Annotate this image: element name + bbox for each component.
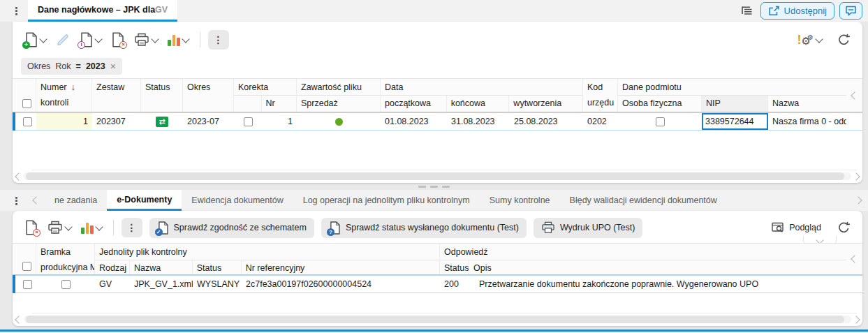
col-status[interactable]: Status: [141, 79, 183, 112]
scroll-right-icon[interactable]: [852, 172, 860, 180]
select-all-checkbox[interactable]: [22, 99, 31, 108]
cell-data-wytworzenia[interactable]: 25.08.2023: [510, 113, 583, 130]
chart-button[interactable]: [78, 220, 105, 236]
sort-desc-icon[interactable]: ↓: [71, 80, 75, 96]
refresh-button[interactable]: [834, 31, 854, 48]
cell-nazwa[interactable]: Nasza firma 0 - oddzia: [768, 113, 846, 130]
table-row[interactable]: GV JPK_GV_1.xml WYSLANY 2c7fe3a00197f026…: [13, 275, 862, 293]
col-bramka-produkcyjna[interactable]: Bramka produkcyjna MF: [36, 244, 95, 274]
bramka-checkbox[interactable]: [61, 280, 71, 289]
tabs-scroll-right[interactable]: [848, 195, 868, 205]
table-row[interactable]: 1 202307 ⇄ 2023-07 1 01.08.2023 31.08.20…: [13, 112, 862, 131]
print-button[interactable]: [44, 219, 75, 237]
cell-zestaw[interactable]: 202307: [92, 113, 141, 130]
scrollbar-thumb[interactable]: [26, 172, 844, 180]
cell-nip-focused[interactable]: 3389572644: [702, 113, 768, 130]
col-korekta-flag[interactable]: [234, 96, 262, 112]
add-document-button[interactable]: +: [21, 30, 50, 50]
chevron-left-icon[interactable]: [851, 255, 858, 262]
col-numer-kontroli[interactable]: Numer↓ kontroli: [36, 79, 92, 112]
preview-button[interactable]: Podgląd: [767, 221, 825, 235]
scrollbar-track[interactable]: [24, 316, 851, 323]
row-indicator-gutter: [13, 79, 18, 112]
check-status-button[interactable]: ? Sprawdź status wysłanego dokumentu (Te…: [321, 218, 527, 238]
col-status[interactable]: Status: [193, 260, 242, 274]
tab-sumy-kontrolne[interactable]: Sumy kontrolne: [480, 190, 560, 211]
chevron-left-icon[interactable]: [851, 91, 858, 99]
col-nip[interactable]: NIP: [702, 96, 768, 112]
col-data-poczatkowa[interactable]: początkowa: [381, 96, 447, 112]
tab-e-dokumenty[interactable]: e-Dokumenty: [107, 190, 182, 211]
tab-ne-zadania[interactable]: ne zadania: [45, 190, 107, 211]
comment-button[interactable]: [839, 2, 862, 20]
tab-bledy-walidacji[interactable]: Błędy walidacji ewidencji dokumentów: [560, 190, 727, 211]
header-data-panel: + i ×: [13, 22, 862, 183]
document-info-button[interactable]: i: [76, 30, 105, 50]
filter-chip-okres-rok[interactable]: Okres Rok = 2023 ×: [21, 58, 122, 75]
edit-document-button[interactable]: [52, 31, 73, 49]
cell-bramka-produkcyjna[interactable]: [36, 276, 95, 293]
filter-remove-icon[interactable]: ×: [110, 61, 116, 72]
scrollbar-thumb[interactable]: [26, 316, 844, 323]
col-opis[interactable]: Opis: [469, 260, 846, 274]
col-rodzaj[interactable]: Rodzaj: [95, 260, 130, 274]
select-all-checkbox[interactable]: [22, 262, 31, 271]
cell-sprzedaz[interactable]: [297, 113, 381, 130]
cell-data-koncowa[interactable]: 31.08.2023: [447, 113, 510, 130]
col-odp-status[interactable]: Status: [440, 260, 469, 274]
osoba-fizyczna-checkbox[interactable]: [656, 117, 665, 126]
tab-log-operacji[interactable]: Log operacji na jednolitym pliku kontrol…: [293, 190, 480, 211]
scroll-left-icon[interactable]: [15, 172, 22, 180]
cell-korekta-flag[interactable]: [234, 113, 262, 130]
more-actions-button[interactable]: ⋮: [208, 30, 229, 50]
print-upo-button[interactable]: Wydruk UPO (Test): [534, 218, 643, 238]
print-button[interactable]: [131, 31, 161, 49]
panels-layout-icon[interactable]: [738, 3, 756, 19]
col-data-wytworzenia[interactable]: wytworzenia: [509, 96, 582, 112]
cell-rodzaj[interactable]: GV: [95, 276, 130, 293]
cell-numer-kontroli[interactable]: 1: [36, 113, 92, 130]
tabs-scroll-left[interactable]: [28, 195, 45, 205]
delete-document-button[interactable]: ×: [21, 218, 41, 237]
tab-dane-naglowkowe[interactable]: Dane nagłówkowe – JPK dla GV: [28, 0, 177, 22]
row-checkbox[interactable]: [23, 117, 32, 126]
korekta-checkbox[interactable]: [244, 117, 253, 126]
scroll-right-icon[interactable]: [852, 316, 860, 323]
cell-data-poczatkowa[interactable]: 01.08.2023: [381, 113, 447, 130]
delete-document-button[interactable]: ×: [108, 30, 128, 50]
cell-nr-referencyjny[interactable]: 2c7fe3a00197f02600000004524: [242, 276, 440, 293]
cell-status[interactable]: WYSLANY: [193, 276, 242, 293]
panel-splitter[interactable]: [0, 183, 868, 190]
cell-okres[interactable]: 2023-07: [183, 113, 234, 130]
col-nr-referencyjny[interactable]: Nr referencyjny: [242, 260, 439, 274]
col-nazwa[interactable]: Nazwa: [130, 260, 193, 274]
cell-opis[interactable]: Przetwarzanie dokumentu zakończone popra…: [469, 276, 846, 293]
refresh-button[interactable]: [834, 219, 854, 236]
col-okres[interactable]: Okres: [183, 79, 234, 112]
settings-warning-button[interactable]: !⚙⚙: [794, 31, 825, 48]
col-korekta-nr[interactable]: Nr: [262, 96, 296, 112]
share-button[interactable]: Udostępnij: [760, 2, 834, 20]
panel-menu-icon[interactable]: ⋮: [0, 195, 28, 206]
col-zestaw[interactable]: Zestaw: [92, 79, 141, 112]
tab-ewidencja-dokumentow[interactable]: Ewidencja dokumentów: [182, 190, 293, 211]
col-data-koncowa[interactable]: końcowa: [447, 96, 510, 112]
more-actions-button[interactable]: ⋮: [122, 218, 142, 237]
scroll-left-icon[interactable]: [15, 316, 22, 323]
cell-osoba-fizyczna[interactable]: [618, 113, 702, 130]
top-right-actions: Udostępnij: [738, 0, 868, 22]
panel-menu-icon[interactable]: ⋮: [0, 6, 28, 16]
cell-kod-urzedu[interactable]: 0202: [583, 113, 618, 130]
col-osoba-fizyczna[interactable]: Osoba fizyczna: [618, 96, 702, 112]
check-schema-button[interactable]: ✓ Sprawdź zgodność ze schematem: [149, 218, 314, 238]
chart-button[interactable]: [164, 32, 192, 48]
cell-status[interactable]: ⇄: [141, 113, 183, 130]
col-nazwa[interactable]: Nazwa: [768, 96, 846, 112]
row-checkbox[interactable]: [23, 280, 32, 289]
cell-korekta-nr[interactable]: 1: [262, 113, 297, 130]
col-sprzedaz[interactable]: Sprzedaż: [297, 96, 380, 112]
scrollbar-track[interactable]: [24, 172, 851, 180]
cell-nazwa[interactable]: JPK_GV_1.xml: [130, 276, 193, 293]
cell-odp-status[interactable]: 200: [440, 276, 469, 293]
col-kod-urzedu[interactable]: Kod urzędu: [583, 79, 618, 112]
